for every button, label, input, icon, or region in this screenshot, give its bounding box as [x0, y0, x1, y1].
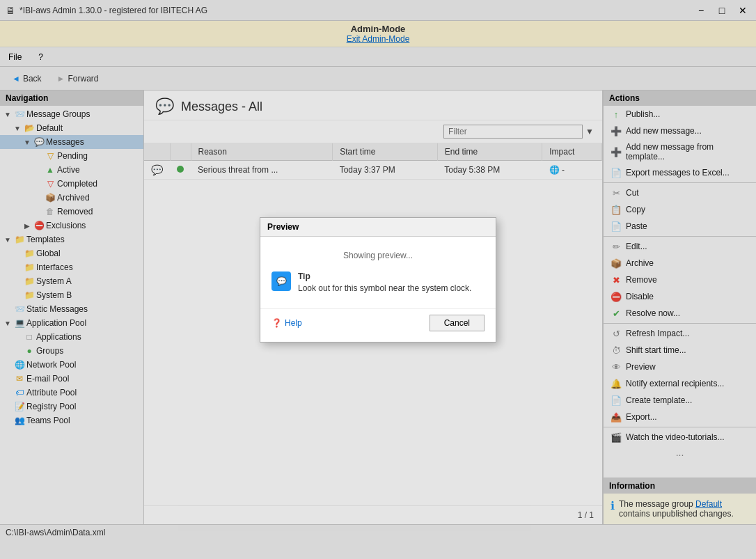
dialog-title: Preview — [267, 222, 299, 232]
help-icon: ❓ — [271, 318, 282, 328]
dialog-showing-label: Showing preview... — [271, 251, 485, 260]
dialog-overlay: Preview Showing preview... 💬 Tip Look ou… — [0, 0, 756, 559]
cancel-button[interactable]: Cancel — [430, 315, 485, 331]
chat-icon: 💬 — [276, 276, 287, 286]
preview-dialog: Preview Showing preview... 💬 Tip Look ou… — [260, 217, 496, 343]
tip-title: Tip — [298, 271, 471, 281]
dialog-title-bar: Preview — [260, 218, 496, 237]
tip-content: Tip Look out for this symbol near the sy… — [298, 271, 471, 293]
help-label: Help — [285, 318, 302, 328]
tip-icon: 💬 — [271, 271, 291, 291]
dialog-footer: ❓ Help Cancel — [260, 308, 496, 340]
dialog-body: Showing preview... 💬 Tip Look out for th… — [260, 237, 496, 301]
help-button[interactable]: ❓ Help — [271, 318, 302, 328]
dialog-tip: 💬 Tip Look out for this symbol near the … — [271, 271, 485, 293]
tip-text: Look out for this symbol near the system… — [298, 283, 471, 293]
